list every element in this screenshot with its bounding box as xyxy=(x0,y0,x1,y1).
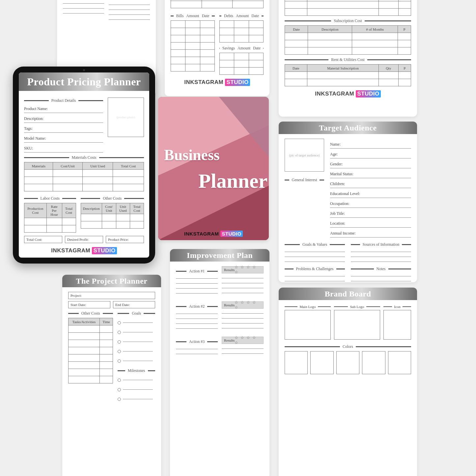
goal-item[interactable] xyxy=(118,327,155,337)
other-costs-table[interactable]: DescriptionCost/ UnitUnit UsedTotal Cost xyxy=(81,203,144,229)
sub-logo-box[interactable]: Sub Logo xyxy=(334,305,380,340)
bills-table[interactable] xyxy=(171,20,215,71)
start-date-field[interactable]: Start Date: xyxy=(68,301,110,308)
rent-cost-section: Rent & Utilities Cost xyxy=(285,57,411,62)
ta-name[interactable]: Name: xyxy=(330,141,411,149)
tasks-table[interactable]: Tasks/ActivitiesTime xyxy=(68,318,113,383)
general-interest-section: General Interest xyxy=(285,178,324,182)
goal-item[interactable] xyxy=(118,318,155,327)
sources-section: Sources of Information xyxy=(351,242,411,247)
product-price-field[interactable]: Product Price: xyxy=(106,236,144,243)
ipad-frame: Product Pricing Planner Product Details … xyxy=(13,67,155,264)
product-name-field[interactable]: Product Name: xyxy=(24,105,103,113)
subscription-cost-table[interactable]: DateDescription# of MonthsP xyxy=(285,25,411,55)
star-rating[interactable]: ☆ ☆ ☆ ☆ ☆ xyxy=(235,300,261,310)
cover-page: Business Planner INKSTAGRAM STUDIO xyxy=(158,97,269,240)
description-field[interactable]: Description: xyxy=(24,115,103,123)
brand-footer: INKSTAGRAM STUDIO xyxy=(158,231,269,237)
debts-table[interactable] xyxy=(219,20,264,42)
total-cost-field[interactable]: Total Cost: xyxy=(24,236,62,243)
material-cost-table[interactable]: DateMaterial SubscriptionQtyP xyxy=(285,0,411,16)
project-title: The Project Planner xyxy=(62,275,161,287)
sku-field[interactable]: SKU: xyxy=(24,145,103,153)
ta-income[interactable]: Annual Income: xyxy=(330,230,411,238)
tags-field[interactable]: Tags: xyxy=(24,125,103,133)
product-details-section: Product Details xyxy=(24,98,103,103)
costs-page: Material Cost DateMaterial SubscriptionQ… xyxy=(279,0,417,117)
improve-title: Improvement Plan xyxy=(170,249,269,262)
rent-cost-table[interactable]: DateMaterial SubscriptionQtyP xyxy=(285,64,411,86)
product-photo-box[interactable]: (product photo) xyxy=(108,98,144,137)
ta-gender[interactable]: Gender: xyxy=(330,160,411,168)
ta-marital[interactable]: Marital Status: xyxy=(330,170,411,178)
goal-item[interactable] xyxy=(118,356,155,366)
end-date-field[interactable]: End Date: xyxy=(113,301,155,308)
results3-header: Results☆ ☆ ☆ ☆ ☆ xyxy=(222,337,264,344)
color-swatch[interactable] xyxy=(388,351,411,374)
milestone-item[interactable] xyxy=(118,375,155,385)
cover-title-1: Business xyxy=(164,146,220,164)
brand-footer: INKSTAGRAM STUDIO xyxy=(24,247,144,254)
brand-footer: INKSTAGRAM STUDIO xyxy=(285,90,411,98)
cover-title-2: Planner xyxy=(198,169,267,193)
ta-occ[interactable]: Occupation: xyxy=(330,200,411,208)
results1-header: Results☆ ☆ ☆ ☆ ☆ xyxy=(222,266,264,273)
project-field[interactable]: Project: xyxy=(68,292,155,299)
labor-costs-section: Labor Costs xyxy=(24,196,76,201)
star-rating[interactable]: ☆ ☆ ☆ ☆ ☆ xyxy=(235,265,261,275)
colors-section: Colors xyxy=(285,344,411,349)
main-logo-box[interactable]: Main Logo xyxy=(285,305,331,340)
bills-section: BillsAmountDate xyxy=(171,14,215,18)
other-costs-section: Other Costs xyxy=(68,311,113,316)
finance-page: BillsAmountDate DebtsAmountDate SavingsA… xyxy=(165,0,269,96)
pricing-title: Product Pricing Planner xyxy=(19,72,149,91)
action2-section: Action #2 xyxy=(176,304,218,309)
debts-section: DebtsAmountDate xyxy=(219,14,264,18)
materials-table[interactable]: MaterialsCost/UnitUnit UsedTotal Cost xyxy=(24,162,144,191)
color-swatch[interactable] xyxy=(362,351,385,374)
goals-values-section: Goals & Values xyxy=(285,242,345,247)
savings-table[interactable] xyxy=(219,53,264,75)
notes-section: Notes xyxy=(351,266,411,271)
top-table[interactable] xyxy=(171,0,264,8)
materials-costs-section: Materials Costs xyxy=(24,155,144,160)
color-swatch[interactable] xyxy=(285,351,308,374)
subscription-cost-section: Subscription Cost xyxy=(285,18,411,23)
goal-item[interactable] xyxy=(118,337,155,347)
milestones-section: Milestones xyxy=(118,368,155,373)
star-rating[interactable]: ☆ ☆ ☆ ☆ ☆ xyxy=(235,335,261,345)
desired-profit-field[interactable]: Desired Profit: xyxy=(65,236,103,243)
ta-loc[interactable]: Location: xyxy=(330,220,411,228)
problems-section: Problems & Challenges xyxy=(285,266,345,271)
ta-age[interactable]: Age: xyxy=(330,151,411,158)
goal-item[interactable] xyxy=(118,347,155,356)
brandboard-title: Brand Board xyxy=(279,288,417,300)
goals-section: Goals xyxy=(118,311,155,316)
milestone-item[interactable] xyxy=(118,385,155,394)
icon-logo-box[interactable]: Icon xyxy=(383,305,411,340)
target-pic-box[interactable]: (pic of target audience) xyxy=(285,139,324,172)
color-swatch[interactable] xyxy=(336,351,359,374)
target-title: Target Audience xyxy=(279,122,417,134)
action1-section: Action #1 xyxy=(176,269,218,274)
ta-job[interactable]: Job Title: xyxy=(330,210,411,218)
results2-header: Results☆ ☆ ☆ ☆ ☆ xyxy=(222,301,264,309)
labor-table[interactable]: Production CostRate Per HourTotal Cost xyxy=(24,203,76,233)
target-audience-page: Target Audience (pic of target audience)… xyxy=(279,122,417,282)
ta-children[interactable]: Children: xyxy=(330,180,411,188)
color-swatch[interactable] xyxy=(310,351,333,374)
savings-section: SavingsAmountDate xyxy=(219,46,264,51)
project-planner-page: The Project Planner Project: Start Date:… xyxy=(62,275,161,476)
pricing-page: Product Pricing Planner Product Details … xyxy=(19,72,149,258)
brand-board-page: Brand Board Main Logo Sub Logo Icon Colo… xyxy=(279,288,417,476)
brand-footer: INKSTAGRAM STUDIO xyxy=(171,79,264,86)
action3-section: Action #3 xyxy=(176,339,218,344)
model-field[interactable]: Model Name: xyxy=(24,135,103,143)
ta-edu[interactable]: Educational Level: xyxy=(330,190,411,198)
other-costs-section: Other Costs xyxy=(81,196,144,201)
milestone-item[interactable] xyxy=(118,394,155,404)
improvement-plan-page: Improvement Plan Action #1 Results☆ ☆ ☆ … xyxy=(170,249,269,476)
